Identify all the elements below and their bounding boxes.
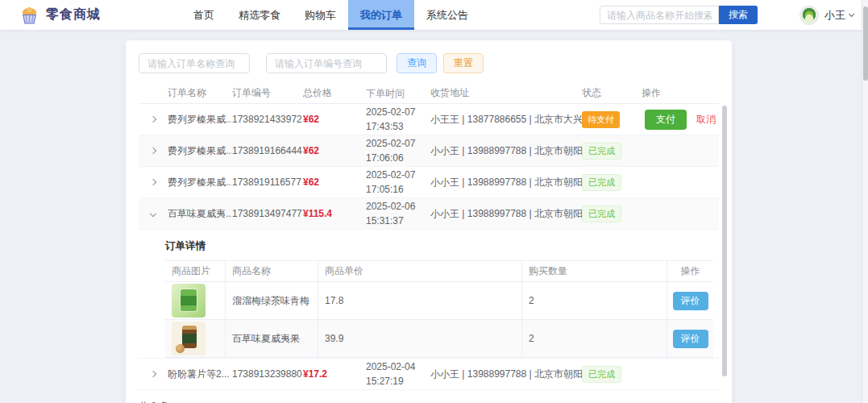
order-number: 1738913239880 [232,368,303,380]
pay-button[interactable]: 支付 [645,110,687,130]
username-label: 小王 [824,8,845,23]
review-button[interactable]: 评价 [673,330,708,348]
detail-row: 百草味夏威夷果 39.9 2 评价 [165,320,713,358]
orders-table-header: 订单名称 订单编号 总价格 下单时间 收货地址 状态 操作 [139,83,719,104]
order-number: 1738921433972 [232,114,303,125]
product-price: 39.9 [318,320,522,357]
top-navbar: 零食商城 首页 精选零食 购物车 我的订单 系统公告 搜索 小王 [0,0,868,30]
order-address: 小小王 | 13988997788 | 北京市朝阳区东... [430,176,582,189]
search-button[interactable]: 搜索 [719,6,758,24]
status-badge: 待支付 [582,111,620,128]
order-number: 1738919116577 [232,177,303,188]
order-price: ¥62 [303,114,366,125]
cancel-link[interactable]: 取消 [696,113,716,127]
order-price: ¥62 [303,177,366,188]
product-search-input[interactable] [600,6,719,24]
order-time: 15:27:19 [366,374,430,388]
order-price: ¥62 [303,145,366,156]
scrollbar-thumb[interactable] [863,6,868,81]
nav-item-featured-snacks[interactable]: 精选零食 [226,0,293,30]
brand[interactable]: 零食商城 [19,5,101,25]
product-quantity: 2 [522,320,667,357]
col-actions: 操作 [642,86,719,100]
page-scrollbar[interactable] [862,0,868,403]
order-price: ¥17.2 [303,368,366,380]
product-price: 17.8 [318,282,522,319]
col-product-name: 商品名称 [226,261,318,281]
col-order-number: 订单编号 [232,86,303,100]
nav-menu: 首页 精选零食 购物车 我的订单 系统公告 [181,0,480,30]
order-date: 2025-02-07 [366,105,430,119]
order-date: 2025-02-04 [366,359,430,374]
query-button[interactable]: 查询 [397,53,437,73]
order-row-expanded: 百草味夏威夷... 1738913497477 ¥115.4 2025-02-0… [139,198,719,230]
nav-item-announcements[interactable]: 系统公告 [414,0,480,30]
order-detail-title: 订单详情 [165,239,719,253]
col-order-time: 下单时间 [366,86,430,101]
order-time: 17:43:53 [366,119,430,134]
order-detail-header: 商品图片 商品名称 商品单价 购买数量 操作 [165,261,713,282]
col-product-action: 操作 [667,264,713,278]
nav-item-home[interactable]: 首页 [181,0,226,30]
product-image-nut-jar [172,322,206,355]
order-time: 17:06:06 [366,151,430,165]
order-name-filter-input[interactable] [139,53,250,73]
order-number-filter-input[interactable] [266,53,387,73]
pagination: 共 6 条 1 2 [139,400,719,403]
status-badge: 已完成 [582,174,621,191]
orders-table: 订单名称 订单编号 总价格 下单时间 收货地址 状态 操作 费列罗榛果威... … [139,83,719,390]
collapse-row-icon[interactable] [151,211,156,216]
order-address: 小王王 | 13877886655 | 北京市大兴区枫... [430,113,582,127]
nav-item-my-orders[interactable]: 我的订单 [348,0,414,30]
detail-row: 溜溜梅绿茶味青梅 17.8 2 评价 [165,282,713,320]
status-badge: 已完成 [582,143,621,160]
order-time: 15:31:37 [366,214,430,228]
expand-row-icon[interactable] [151,117,156,122]
order-date: 2025-02-07 [366,168,430,182]
brand-title: 零食商城 [46,6,101,23]
chevron-down-icon [849,11,854,17]
review-button[interactable]: 评价 [673,292,708,310]
status-badge: 已完成 [582,366,621,383]
reset-button[interactable]: 重置 [443,53,484,73]
user-avatar[interactable] [799,6,819,25]
order-row: 费列罗榛果威... 1738919116577 ¥62 2025-02-0717… [139,167,719,198]
order-number: 1738913497477 [232,208,303,219]
order-detail-section: 订单详情 商品图片 商品名称 商品单价 购买数量 操作 溜溜梅绿茶味青梅 17.… [139,230,719,359]
col-order-name: 订单名称 [168,86,232,100]
col-total-price: 总价格 [303,86,366,100]
order-date: 2025-02-07 [366,136,430,151]
table-scrollbar[interactable] [722,106,727,376]
order-name: 盼盼薯片等2... [168,368,232,381]
col-product-image: 商品图片 [165,261,226,281]
product-image-green-plum [172,284,206,318]
col-address: 收货地址 [430,86,582,100]
order-price: ¥115.4 [303,208,366,219]
nav-item-cart[interactable]: 购物车 [293,0,348,30]
order-name: 费列罗榛果威... [168,144,232,158]
order-row: 费列罗榛果威... 1738919166444 ¥62 2025-02-0717… [139,135,719,167]
order-filter-bar: 查询 重置 [139,53,719,73]
cupcake-logo-icon [19,5,39,25]
pagination-total: 共 6 条 [139,400,168,403]
order-time: 17:05:16 [366,182,430,197]
expand-row-icon[interactable] [151,372,156,376]
expand-row-icon[interactable] [151,148,156,153]
order-date: 2025-02-06 [366,199,430,214]
order-row: 费列罗榛果威... 1738921433972 ¥62 2025-02-0717… [139,104,719,135]
order-name: 费列罗榛果威... [168,176,232,189]
navbar-right: 搜索 小王 [600,0,853,30]
order-number: 1738919166444 [232,145,303,156]
col-product-quantity: 购买数量 [522,261,667,281]
col-status: 状态 [582,86,642,100]
order-name: 百草味夏威夷... [168,207,232,221]
orders-panel: 查询 重置 订单名称 订单编号 总价格 下单时间 收货地址 状态 操作 费列罗榛… [126,40,732,403]
expand-row-icon[interactable] [151,180,156,185]
order-row: 盼盼薯片等2... 1738913239880 ¥17.2 2025-02-04… [139,359,719,390]
order-name: 费列罗榛果威... [168,113,232,127]
product-name: 百草味夏威夷果 [226,320,318,357]
user-menu[interactable]: 小王 [824,8,853,23]
order-address: 小小王 | 13988997788 | 北京市朝阳区东... [430,144,582,158]
order-address: 小小王 | 13988997788 | 北京市朝阳区东... [430,207,582,221]
product-quantity: 2 [522,282,667,319]
